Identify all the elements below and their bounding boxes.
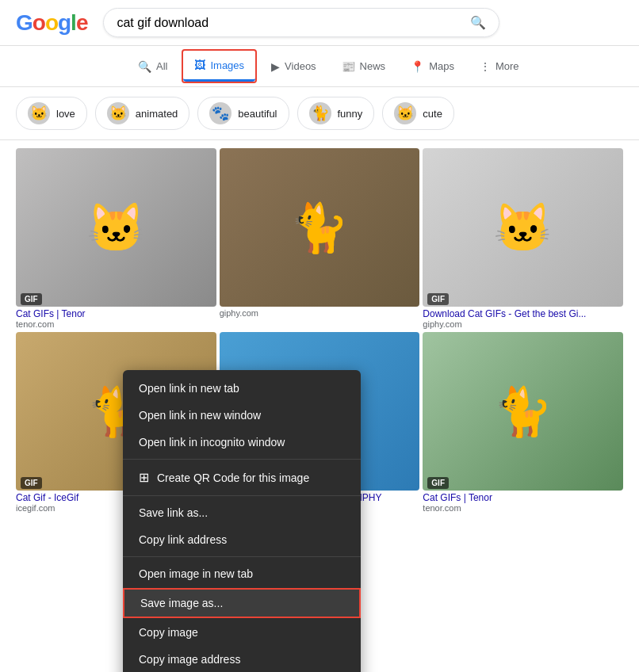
cat-emoji-1: 🐱 [86, 200, 146, 256]
tab-images-label: Images [210, 59, 244, 71]
chip-love[interactable]: 🐱 love [16, 97, 87, 130]
qr-icon: ⊞ [139, 470, 149, 485]
chip-cute[interactable]: 🐱 cute [382, 97, 454, 130]
gif-badge-1: GIF [21, 293, 42, 305]
gif-badge-3: GIF [427, 293, 449, 305]
image-source-3: giphy.com [423, 319, 623, 329]
image-source-1: tenor.com [16, 319, 216, 329]
context-menu-open-incognito[interactable]: Open link in incognito window [123, 429, 361, 456]
search-bar[interactable]: cat gif download 🔍 [103, 8, 499, 37]
search-icon[interactable]: 🔍 [470, 15, 486, 30]
image-grid: 🐱 GIF Cat GIFs | Tenor tenor.com 🐈 giphy… [0, 140, 639, 521]
context-menu-create-qr[interactable]: ⊞ Create QR Code for this image [123, 463, 361, 492]
tab-news-label: News [360, 60, 386, 72]
tab-images[interactable]: 🖼 Images [183, 51, 255, 82]
cat-emoji-2: 🐈 [289, 200, 349, 256]
context-menu-open-new-tab[interactable]: Open link in new tab [123, 375, 361, 402]
context-menu-copy-image-address-label: Copy image address [139, 653, 240, 666]
chip-beautiful-thumb: 🐾 [209, 102, 231, 124]
header: Google cat gif download 🔍 [0, 0, 639, 46]
images-icon: 🖼 [194, 59, 205, 71]
nav-tabs: 🔍 All 🖼 Images ▶ Videos 📰 News 📍 Maps ⋮ … [0, 46, 639, 87]
context-menu-save-image-label: Save image as... [140, 597, 223, 609]
context-menu-divider-1 [123, 459, 361, 460]
search-icons: 🔍 [470, 15, 486, 30]
logo-o2: o [45, 10, 58, 36]
maps-icon: 📍 [411, 60, 424, 73]
tab-maps-label: Maps [429, 60, 454, 72]
image-card-1[interactable]: 🐱 GIF Cat GIFs | Tenor tenor.com [16, 148, 216, 329]
logo-g2: g [58, 10, 71, 36]
chip-animated-label: animated [136, 108, 178, 120]
cat-emoji-6: 🐈 [493, 384, 553, 440]
context-menu-divider-2 [123, 495, 361, 496]
chip-funny-thumb: 🐈 [309, 102, 331, 124]
tab-videos-label: Videos [285, 60, 316, 72]
context-menu-open-new-tab-label: Open link in new tab [139, 382, 239, 395]
chip-funny-label: funny [338, 108, 363, 120]
tab-more-label: More [496, 60, 519, 72]
context-menu-open-incognito-label: Open link in incognito window [139, 436, 285, 449]
chip-beautiful-label: beautiful [238, 108, 277, 120]
chip-cute-label: cute [423, 108, 442, 120]
context-menu-copy-link-label: Copy link address [139, 533, 227, 546]
filter-chips: 🐱 love 🐱 animated 🐾 beautiful 🐈 funny 🐱 … [0, 87, 639, 140]
context-menu-open-new-window[interactable]: Open link in new window [123, 402, 361, 429]
context-menu-open-new-window-label: Open link in new window [139, 409, 261, 422]
search-input[interactable]: cat gif download [117, 16, 470, 30]
context-menu-open-image-tab[interactable]: Open image in new tab [123, 560, 361, 587]
image-label-2: giphy.com [220, 308, 420, 318]
chip-beautiful[interactable]: 🐾 beautiful [197, 97, 289, 130]
news-icon: 📰 [342, 60, 355, 73]
context-menu: Open link in new tab Open link in new wi… [123, 370, 361, 672]
chip-love-thumb: 🐱 [28, 102, 50, 124]
chip-animated[interactable]: 🐱 animated [95, 97, 189, 130]
logo-e: e [76, 10, 88, 36]
chip-love-label: love [56, 108, 75, 120]
image-source-6: tenor.com [423, 503, 623, 513]
context-menu-copy-image[interactable]: Copy image [123, 619, 361, 646]
context-menu-divider-3 [123, 556, 361, 557]
context-menu-open-image-tab-label: Open image in new tab [139, 567, 253, 580]
tab-videos[interactable]: ▶ Videos [260, 52, 327, 81]
context-menu-copy-link[interactable]: Copy link address [123, 526, 361, 553]
tab-more[interactable]: ⋮ More [469, 52, 530, 81]
google-logo: Google [16, 10, 87, 36]
image-label-3: Download Cat GIFs - Get the best Gi... [423, 308, 623, 319]
context-menu-copy-image-label: Copy image [139, 626, 198, 639]
context-menu-create-qr-content: ⊞ Create QR Code for this image [139, 470, 309, 485]
more-icon: ⋮ [480, 60, 491, 73]
image-label-6: Cat GIFs | Tenor [423, 492, 623, 503]
image-card-2[interactable]: 🐈 giphy.com [220, 148, 420, 329]
tab-all-label: All [156, 60, 167, 72]
context-menu-save-image[interactable]: Save image as... [123, 588, 361, 618]
context-menu-create-qr-label: Create QR Code for this image [157, 472, 309, 484]
tab-maps[interactable]: 📍 Maps [400, 52, 465, 81]
gif-badge-6: GIF [427, 477, 449, 489]
chip-cute-thumb: 🐱 [394, 102, 416, 124]
all-icon: 🔍 [138, 60, 151, 73]
logo-l: l [71, 10, 76, 36]
tab-images-wrapper: 🖼 Images [182, 49, 257, 83]
tab-all[interactable]: 🔍 All [127, 52, 178, 81]
context-menu-save-link-label: Save link as... [139, 506, 208, 519]
cat-emoji-3: 🐱 [493, 200, 553, 256]
chip-funny[interactable]: 🐈 funny [297, 97, 375, 130]
logo-o1: o [33, 10, 45, 36]
image-card-3[interactable]: 🐱 GIF Download Cat GIFs - Get the best G… [423, 148, 623, 329]
image-card-6[interactable]: 🐈 GIF Cat GIFs | Tenor tenor.com [423, 332, 623, 513]
gif-badge-4: GIF [21, 477, 42, 489]
context-menu-copy-image-address[interactable]: Copy image address [123, 646, 361, 672]
videos-icon: ▶ [271, 60, 280, 73]
context-menu-save-link[interactable]: Save link as... [123, 499, 361, 526]
image-label-1: Cat GIFs | Tenor [16, 308, 216, 319]
logo-g: G [16, 10, 33, 36]
tab-news[interactable]: 📰 News [331, 52, 397, 81]
chip-animated-thumb: 🐱 [107, 102, 129, 124]
